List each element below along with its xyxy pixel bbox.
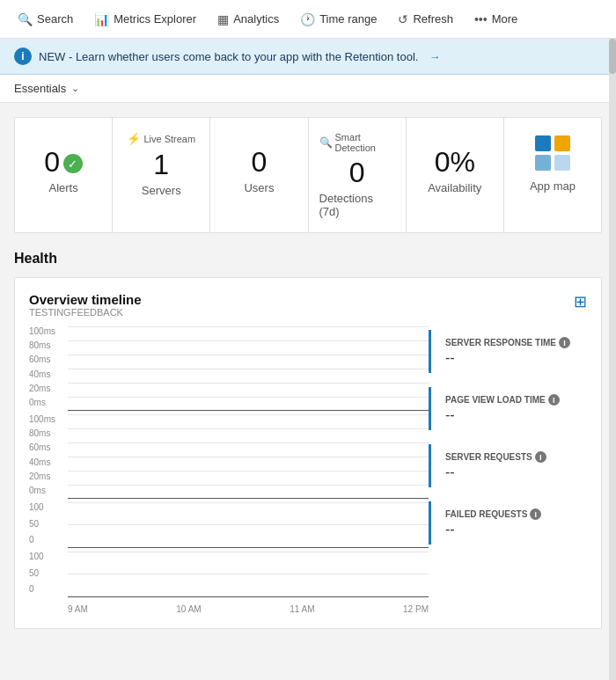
y-label: 40ms bbox=[29, 457, 64, 467]
search-icon: 🔍 bbox=[18, 12, 33, 26]
y-labels-section1: 100ms 80ms 60ms 40ms 20ms 0ms bbox=[29, 326, 64, 411]
refresh-icon: ↺ bbox=[398, 12, 408, 26]
scrollbar-track[interactable] bbox=[609, 39, 616, 680]
main-content: 0 ✓ Alerts ⚡ Live Stream 1 Servers 0 Use… bbox=[0, 103, 616, 643]
availability-card[interactable]: 0% Availability bbox=[407, 118, 504, 232]
y-label: 20ms bbox=[29, 472, 64, 481]
refresh-button[interactable]: ↺ Refresh bbox=[387, 0, 464, 39]
y-labels-section2: 100ms 80ms 60ms 40ms 20ms 0ms bbox=[29, 414, 64, 499]
analytics-button[interactable]: ▦ Analytics bbox=[207, 0, 290, 39]
info-icon-failed-requests[interactable]: i bbox=[530, 508, 541, 520]
x-label: 11 AM bbox=[290, 604, 314, 614]
y-label: 0 bbox=[29, 584, 64, 594]
y-label: 0ms bbox=[29, 398, 64, 407]
page-view-value: -- bbox=[445, 407, 587, 423]
y-label: 100ms bbox=[29, 326, 64, 336]
right-metric-server-response: SERVER RESPONSE TIME i -- bbox=[429, 330, 587, 373]
availability-value: 0% bbox=[435, 148, 475, 176]
toolbar: 🔍 Search 📊 Metrics Explorer ▦ Analytics … bbox=[0, 0, 616, 39]
failed-requests-value: -- bbox=[445, 522, 587, 537]
chart-container: 100ms 80ms 60ms 40ms 20ms 0ms bbox=[29, 326, 587, 614]
alerts-card[interactable]: 0 ✓ Alerts bbox=[15, 118, 113, 232]
y-label: 60ms bbox=[29, 442, 64, 452]
server-requests-label: SERVER REQUESTS i bbox=[445, 451, 587, 463]
chart-left: 100ms 80ms 60ms 40ms 20ms 0ms bbox=[29, 326, 429, 614]
chart-section-4: 100 50 0 bbox=[29, 552, 429, 597]
y-label: 60ms bbox=[29, 355, 64, 364]
x-label: 12 PM bbox=[403, 604, 429, 614]
server-response-label: SERVER RESPONSE TIME i bbox=[445, 337, 587, 348]
search-button[interactable]: 🔍 Search bbox=[7, 0, 84, 39]
chevron-down-icon[interactable]: ⌄ bbox=[71, 83, 79, 94]
svg-rect-3 bbox=[554, 155, 570, 171]
scrollbar-thumb[interactable] bbox=[609, 39, 616, 74]
servers-label: Servers bbox=[142, 184, 181, 197]
time-range-label: Time range bbox=[319, 12, 377, 26]
page-view-label: PAGE VIEW LOAD TIME i bbox=[445, 394, 587, 406]
right-metric-page-view: PAGE VIEW LOAD TIME i -- bbox=[429, 387, 587, 430]
failed-requests-label: FAILED REQUESTS i bbox=[445, 508, 587, 520]
info-icon-page-view[interactable]: i bbox=[548, 394, 560, 406]
y-label: 40ms bbox=[29, 369, 64, 379]
info-icon-server-response[interactable]: i bbox=[559, 337, 570, 348]
servers-value: 1 bbox=[153, 150, 169, 179]
overview-subtitle: TESTINGFEEDBACK bbox=[29, 307, 142, 318]
users-card[interactable]: 0 Users bbox=[210, 118, 308, 232]
banner-text: NEW - Learn whether users come back to y… bbox=[39, 50, 418, 63]
alerts-value: 0 ✓ bbox=[44, 148, 83, 176]
detections-label: Detections (7d) bbox=[319, 192, 395, 218]
y-label: 100 bbox=[29, 552, 64, 561]
clock-icon: 🕐 bbox=[300, 12, 315, 26]
time-range-button[interactable]: 🕐 Time range bbox=[290, 0, 387, 39]
health-title: Health bbox=[14, 251, 602, 267]
chart-section-3: 100 50 0 bbox=[29, 502, 429, 548]
y-label: 20ms bbox=[29, 384, 64, 393]
y-label: 100 bbox=[29, 502, 64, 512]
svg-rect-0 bbox=[535, 135, 551, 151]
chart-right: SERVER RESPONSE TIME i -- PAGE VIEW LOAD… bbox=[429, 326, 587, 614]
grid-icon[interactable]: ⊞ bbox=[574, 292, 587, 311]
chart-section-2: 100ms 80ms 60ms 40ms 20ms 0ms bbox=[29, 414, 429, 499]
metrics-icon: 📊 bbox=[94, 12, 109, 26]
svg-rect-1 bbox=[554, 135, 570, 151]
essentials-bar: Essentials ⌄ bbox=[0, 75, 616, 103]
y-labels-section3: 100 50 0 bbox=[29, 502, 64, 548]
y-labels-section4: 100 50 0 bbox=[29, 552, 64, 597]
right-metric-server-requests: SERVER REQUESTS i -- bbox=[429, 444, 587, 487]
check-icon: ✓ bbox=[63, 154, 83, 173]
servers-badge: ⚡ Live Stream bbox=[127, 132, 195, 145]
metrics-row: 0 ✓ Alerts ⚡ Live Stream 1 Servers 0 Use… bbox=[14, 117, 602, 233]
app-map-label: App map bbox=[530, 179, 576, 193]
refresh-label: Refresh bbox=[413, 12, 453, 26]
more-button[interactable]: ••• More bbox=[464, 0, 528, 39]
servers-card[interactable]: ⚡ Live Stream 1 Servers bbox=[113, 118, 210, 232]
users-label: Users bbox=[244, 181, 274, 194]
detections-card[interactable]: 🔍 Smart Detection 0 Detections (7d) bbox=[309, 118, 407, 232]
info-icon-server-requests[interactable]: i bbox=[535, 451, 546, 463]
alerts-label: Alerts bbox=[48, 181, 77, 194]
smart-detection-badge: 🔍 Smart Detection bbox=[319, 132, 395, 153]
chart-section-1: 100ms 80ms 60ms 40ms 20ms 0ms bbox=[29, 326, 429, 411]
y-label: 80ms bbox=[29, 428, 64, 438]
analytics-label: Analytics bbox=[233, 12, 279, 26]
banner-arrow[interactable]: → bbox=[429, 50, 440, 63]
availability-label: Availability bbox=[428, 181, 481, 194]
server-requests-value: -- bbox=[445, 464, 587, 480]
overview-card: Overview timeline TESTINGFEEDBACK ⊞ bbox=[14, 277, 602, 629]
app-map-icon bbox=[532, 132, 574, 174]
essentials-label: Essentials bbox=[14, 82, 66, 95]
analytics-icon: ▦ bbox=[217, 12, 229, 26]
right-metric-failed-requests: FAILED REQUESTS i -- bbox=[429, 501, 587, 545]
more-label: More bbox=[492, 12, 518, 26]
health-section: Health Overview timeline TESTINGFEEDBACK… bbox=[14, 251, 602, 629]
detections-value: 0 bbox=[349, 158, 365, 186]
metrics-explorer-label: Metrics Explorer bbox=[114, 12, 196, 26]
metrics-explorer-button[interactable]: 📊 Metrics Explorer bbox=[84, 0, 207, 39]
info-banner: i NEW - Learn whether users come back to… bbox=[0, 39, 616, 75]
info-icon: i bbox=[14, 48, 32, 65]
overview-header: Overview timeline TESTINGFEEDBACK ⊞ bbox=[29, 292, 587, 325]
y-label: 50 bbox=[29, 568, 64, 578]
y-label: 50 bbox=[29, 519, 64, 529]
app-map-card[interactable]: App map bbox=[504, 118, 601, 232]
x-label: 10 AM bbox=[176, 604, 201, 614]
